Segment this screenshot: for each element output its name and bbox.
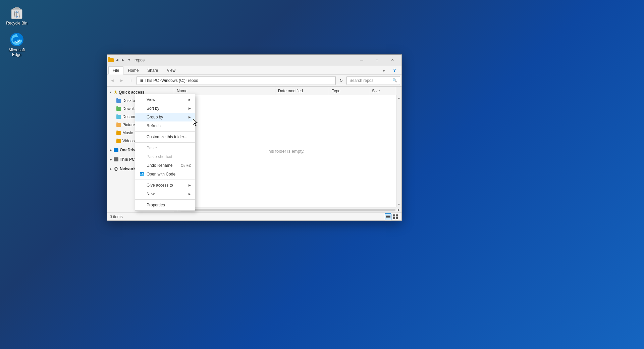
undo-shortcut: Ctrl+Z — [181, 163, 191, 167]
new-ctx-icon — [139, 191, 145, 197]
tab-home[interactable]: Home — [123, 66, 143, 74]
ctx-properties-label: Properties — [147, 203, 165, 207]
desktop-folder-icon — [116, 99, 121, 103]
file-area: Name Date modified Type Size This folder… — [174, 87, 401, 212]
ctx-group-label: Group by — [147, 115, 163, 119]
music-folder-icon — [116, 131, 121, 135]
help-button[interactable]: ? — [389, 66, 400, 74]
svg-line-11 — [115, 168, 116, 168]
svg-line-12 — [116, 168, 117, 168]
file-list-wrapper: This folder is empty. ▲ ▼ — [174, 95, 401, 207]
ctx-view-label: View — [147, 97, 155, 102]
tab-file[interactable]: File — [108, 66, 123, 74]
ctx-open-with-code[interactable]: Open with Code — [135, 170, 195, 179]
forward-icon-tb: ▶ — [120, 57, 126, 63]
title-bar-icons: ◀ ▶ ▼ — [108, 57, 132, 63]
tab-share[interactable]: Share — [143, 66, 162, 74]
ctx-view[interactable]: View ▶ — [135, 95, 195, 104]
documents-folder-icon — [116, 115, 121, 119]
details-view-btn[interactable] — [385, 213, 391, 220]
ctx-refresh-label: Refresh — [147, 123, 161, 128]
search-box[interactable]: Search repos 🔍 — [346, 76, 400, 85]
give-access-ctx-icon — [139, 183, 145, 188]
ctx-sort-by[interactable]: Sort by ▶ — [135, 104, 195, 113]
ctx-paste-label: Paste — [147, 146, 157, 150]
onedrive-collapse: ▶ — [108, 148, 113, 152]
ctx-paste-shortcut-label: Paste shortcut — [147, 154, 172, 159]
large-icons-view-icon — [393, 214, 398, 219]
videos-folder-icon — [116, 139, 121, 143]
quick-access-star: ★ — [114, 90, 117, 95]
ctx-paste: Paste — [135, 144, 195, 152]
undo-ctx-icon — [139, 163, 145, 168]
ctx-sep3 — [135, 180, 195, 180]
paste-ctx-icon — [139, 145, 145, 151]
col-size[interactable]: Size — [369, 87, 396, 95]
ctx-new[interactable]: New ▶ — [135, 190, 195, 198]
breadcrumb-this-pc: This PC — [145, 78, 159, 83]
ribbon: File Home Share View ▾ ? — [107, 65, 401, 74]
group-arrow: ▶ — [189, 115, 191, 119]
ctx-paste-shortcut: Paste shortcut — [135, 152, 195, 161]
ctx-give-access[interactable]: Give access to ▶ — [135, 181, 195, 190]
context-menu: View ▶ Sort by ▶ Group by ▶ Refresh Cust… — [135, 94, 195, 211]
up-button[interactable]: ↑ — [127, 77, 135, 85]
ctx-group-by[interactable]: Group by ▶ — [135, 113, 195, 121]
maximize-button[interactable]: □ — [369, 55, 385, 65]
window-controls: — □ ✕ — [354, 55, 400, 65]
ctx-undo-rename[interactable]: Undo Rename Ctrl+Z — [135, 161, 195, 170]
col-date[interactable]: Date modified — [275, 87, 329, 95]
network-collapse: ▶ — [108, 166, 113, 171]
svg-rect-8 — [114, 168, 115, 169]
quick-access-collapse: ▼ — [108, 90, 113, 95]
view-icons — [385, 213, 399, 220]
vertical-scrollbar[interactable]: ▲ ▼ — [396, 95, 401, 207]
properties-ctx-icon — [139, 202, 145, 208]
back-button[interactable]: ◀ — [108, 77, 116, 85]
file-header: Name Date modified Type Size — [174, 87, 401, 95]
ribbon-expand[interactable]: ▾ — [379, 67, 389, 74]
scrollbar-down-btn[interactable]: ▼ — [397, 202, 401, 207]
minimize-button[interactable]: — — [354, 55, 369, 65]
horizontal-scrollbar[interactable]: ◀ ▶ — [174, 207, 401, 212]
large-icons-view-btn[interactable] — [392, 213, 399, 220]
ctx-sep4 — [135, 199, 195, 200]
recycle-bin-icon[interactable]: Recycle Bin — [3, 3, 30, 27]
svg-rect-14 — [386, 215, 390, 215]
music-label: Music — [122, 131, 133, 135]
tab-view[interactable]: View — [162, 66, 180, 74]
view-ctx-icon — [139, 97, 145, 102]
recycle-bin-svg — [9, 5, 25, 21]
file-list-empty: This folder is empty. — [174, 95, 396, 207]
edge-svg — [9, 32, 25, 48]
forward-button[interactable]: ▶ — [118, 77, 126, 85]
scrollbar-up-btn[interactable]: ▲ — [397, 95, 401, 101]
scroll-right-btn[interactable]: ▶ — [396, 207, 401, 212]
down-icon-tb: ▼ — [126, 57, 132, 63]
close-button[interactable]: ✕ — [385, 55, 400, 65]
breadcrumb-sep1: › — [160, 79, 161, 82]
title-bar: ◀ ▶ ▼ repos — □ ✕ — [107, 55, 401, 65]
address-input[interactable]: 🖥 This PC › Windows (C:) › repos — [137, 76, 336, 85]
svg-rect-17 — [393, 214, 395, 216]
refresh-button[interactable]: ↻ — [337, 77, 345, 85]
refresh-ctx-icon — [139, 123, 145, 129]
scrollbar-space — [396, 87, 401, 95]
microsoft-edge-icon[interactable]: Microsoft Edge — [3, 30, 30, 58]
col-type[interactable]: Type — [329, 87, 369, 95]
ctx-customize[interactable]: Customize this folder... — [135, 133, 195, 141]
ctx-properties[interactable]: Properties — [135, 201, 195, 209]
group-ctx-icon — [139, 114, 145, 120]
ctx-refresh[interactable]: Refresh — [135, 121, 195, 130]
svg-line-13 — [115, 169, 116, 170]
svg-rect-20 — [396, 217, 398, 219]
search-icon: 🔍 — [392, 78, 397, 83]
this-pc-collapse: ▶ — [108, 157, 113, 162]
vscode-svg — [140, 172, 144, 176]
recycle-bin-label: Recycle Bin — [6, 21, 27, 26]
ctx-sep2 — [135, 142, 195, 143]
breadcrumb-icon: 🖥 — [140, 79, 143, 83]
svg-rect-7 — [115, 167, 117, 168]
horiz-track — [180, 209, 395, 211]
details-view-icon — [386, 214, 390, 219]
